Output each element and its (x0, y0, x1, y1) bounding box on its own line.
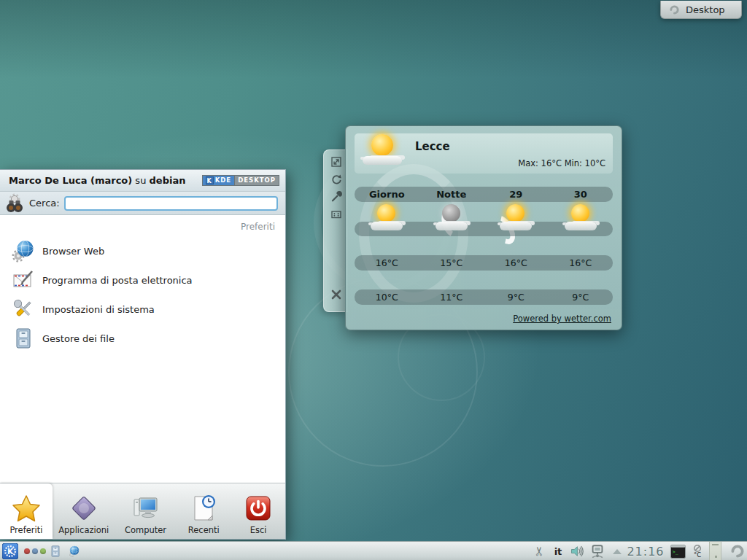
pager-dot-green[interactable] (40, 548, 46, 554)
user-name: Marco De Luca (marco) (9, 175, 132, 186)
tab-recenti[interactable]: Recenti (176, 483, 231, 539)
keyboard-layout-indicator[interactable]: it (551, 542, 565, 560)
host-name: debian (150, 175, 186, 186)
weather-applet-handle[interactable] (323, 149, 348, 312)
bottom-panel: K ✂ it (0, 541, 747, 560)
day-temp: 16°C (355, 257, 419, 268)
search-binoculars-icon (4, 193, 25, 214)
tab-label: Recenti (188, 525, 220, 535)
tab-label: Preferiti (9, 525, 42, 535)
digital-clock[interactable]: 21:16 (624, 542, 667, 560)
svg-text:K: K (7, 547, 14, 556)
tab-label: Esci (250, 525, 267, 535)
panel-widget-strip[interactable] (709, 542, 721, 560)
tab-preferiti[interactable]: Preferiti (0, 483, 53, 539)
weather-columns-row: Giorno Notte 29 30 (355, 187, 613, 202)
kickoff-tab-bar: Preferiti Applicazioni Compu (0, 483, 285, 539)
tab-esci[interactable]: Esci (231, 483, 285, 539)
cashew-icon (729, 542, 746, 560)
badge-desktop-label: DESKTOP (234, 176, 279, 185)
weather-widget: Lecce Max: 16°C Min: 10°C Giorno Notte 2… (345, 125, 622, 330)
settings-grid-icon[interactable] (330, 209, 342, 220)
panel-cashew-button[interactable] (728, 542, 747, 560)
star-icon (12, 494, 41, 523)
scissors-icon: ✂ (532, 546, 546, 556)
night-temp: 9°C (484, 292, 549, 303)
weather-city: Lecce (415, 140, 450, 153)
weather-col-giorno: Giorno (355, 189, 419, 200)
weather-col-30: 30 (549, 189, 614, 200)
globe-gear-icon (12, 239, 35, 262)
weather-day-temps-row: 16°C 15°C 16°C 16°C (355, 255, 613, 271)
terminal-icon: >_ (670, 544, 686, 559)
weather-night-temps-row: 10°C 11°C 9°C 9°C (355, 289, 613, 305)
day-temp: 16°C (549, 257, 614, 268)
weather-unit-label: °C (694, 552, 701, 559)
weather-col-notte: Notte (419, 189, 484, 200)
tray-expander-button[interactable] (611, 542, 623, 560)
weather-col-29: 29 (484, 189, 549, 200)
mail-pen-icon (12, 268, 35, 292)
speaker-icon (569, 544, 585, 559)
kickoff-user-title: Marco De Luca (marco) su debian (9, 175, 202, 186)
search-input[interactable] (64, 196, 278, 211)
moon-cloud-icon (435, 204, 468, 233)
weather-maxmin: Max: 16°C Min: 10°C (518, 158, 605, 168)
keyboard-layout-label: it (554, 546, 562, 557)
sun-cloud-icon (564, 204, 597, 233)
day-temp: 16°C (484, 257, 549, 268)
favorite-item-browser-web[interactable]: Browser Web (0, 236, 285, 265)
desktop-pager[interactable] (23, 542, 47, 560)
svg-text:>_: >_ (672, 548, 678, 554)
up-arrow-icon (613, 549, 622, 554)
pager-dot-red[interactable] (24, 548, 30, 554)
weather-tray-icon[interactable]: °C (689, 542, 705, 560)
desktop-toolbox-label: Desktop (686, 4, 725, 15)
favorite-label: Browser Web (42, 246, 104, 257)
favorite-item-system-settings[interactable]: Impostazioni di sistema (0, 295, 285, 324)
night-temp: 11°C (419, 292, 484, 303)
weather-header: Lecce Max: 16°C Min: 10°C (355, 133, 613, 174)
tab-applicazioni[interactable]: Applicazioni (53, 483, 115, 539)
kde-launcher-button[interactable]: K (1, 542, 19, 560)
badge-kde-label: KDE (215, 176, 231, 185)
favorite-item-file-manager[interactable]: Gestore dei file (0, 324, 285, 353)
clock-time: 21:16 (627, 545, 664, 559)
pager-dot-blue[interactable] (32, 548, 38, 554)
close-icon[interactable] (330, 289, 342, 300)
favorite-label: Programma di posta elettronica (42, 275, 193, 286)
search-label: Cerca: (29, 198, 60, 209)
purple-diamond-icon (69, 494, 98, 523)
file-cabinet-icon (49, 545, 62, 558)
tab-computer[interactable]: Computer (115, 483, 177, 539)
terminal-tray-icon[interactable]: >_ (668, 542, 687, 560)
crossed-tools-icon (12, 298, 35, 321)
monitor-network-icon (589, 543, 605, 559)
document-clock-icon (189, 494, 218, 523)
computer-icon (131, 494, 160, 523)
desktop-toolbox-button[interactable]: Desktop (660, 1, 742, 19)
quicklaunch-file-manager[interactable] (48, 542, 63, 560)
configure-wrench-icon[interactable] (330, 191, 342, 203)
file-cabinet-icon (12, 327, 35, 350)
resize-icon[interactable] (330, 156, 342, 168)
quicklaunch-browser[interactable] (67, 542, 82, 560)
kickoff-header: Marco De Luca (marco) su debian KKDE DES… (0, 170, 285, 192)
kde-logo-icon: K (206, 176, 214, 184)
cashew-icon (668, 4, 681, 16)
tab-label: Applicazioni (58, 525, 109, 535)
kde-desktop-badge: KKDE DESKTOP (202, 175, 279, 186)
wetter-com-link[interactable]: Powered by wetter.com (513, 314, 611, 324)
rotate-icon[interactable] (330, 174, 342, 185)
night-temp: 10°C (355, 292, 419, 303)
klipper-tray-icon[interactable]: ✂ (531, 542, 547, 560)
kickoff-menu: Marco De Luca (marco) su debian KKDE DES… (0, 169, 286, 540)
volume-tray-icon[interactable] (568, 542, 587, 560)
weather-icons-row (355, 203, 613, 236)
favorites-section-label: Preferiti (0, 216, 285, 236)
favorite-item-email[interactable]: Programma di posta elettronica (0, 265, 285, 295)
power-icon (244, 494, 273, 523)
network-tray-icon[interactable] (588, 542, 607, 560)
sun-cloud-icon (370, 204, 403, 233)
weather-condition-icon (362, 134, 403, 168)
